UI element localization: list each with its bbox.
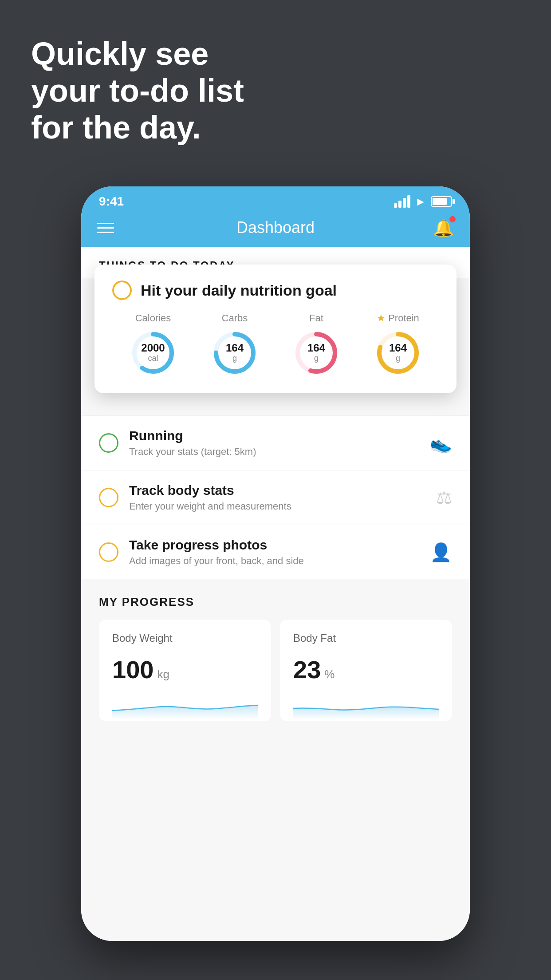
running-icon: 👟 [430, 433, 452, 454]
hamburger-line [97, 227, 114, 229]
body-weight-title: Body Weight [112, 632, 258, 644]
todo-photos-text: Take progress photos Add images of your … [129, 537, 419, 567]
todo-stats-title: Track body stats [129, 483, 425, 498]
body-fat-value-row: 23 % [293, 655, 439, 684]
hero-text: Quickly see your to-do list for the day. [31, 36, 244, 146]
fat-label: Fat [309, 312, 323, 324]
star-icon: ★ [377, 312, 386, 324]
todo-item-photos[interactable]: Take progress photos Add images of your … [81, 525, 470, 579]
status-bar: 9:41 ► [81, 186, 470, 212]
todo-stats-text: Track body stats Enter your weight and m… [129, 483, 425, 512]
protein-value: 164 g [389, 342, 407, 363]
body-fat-chart [293, 693, 439, 719]
protein-label: Protein [388, 312, 419, 324]
phone-mockup: 9:41 ► Dashboard [81, 186, 470, 941]
carbs-label: Carbs [222, 312, 248, 324]
body-weight-chart [112, 693, 258, 719]
nutrition-circle-indicator [112, 281, 132, 300]
card-title-row: Hit your daily nutrition goal [112, 281, 439, 300]
todo-running-circle [99, 433, 118, 453]
hamburger-line [97, 223, 114, 224]
person-icon: 👤 [430, 542, 452, 563]
hamburger-line [97, 232, 114, 233]
nutrition-carbs: Carbs 164 g [210, 312, 259, 377]
todo-stats-circle [99, 488, 118, 507]
progress-header: MY PROGRESS [99, 595, 452, 609]
todo-photos-title: Take progress photos [129, 537, 419, 553]
nav-bar: Dashboard 🔔 [81, 212, 470, 247]
notification-bell[interactable]: 🔔 [433, 218, 454, 237]
battery-icon [431, 196, 452, 207]
todo-running-title: Running [129, 428, 419, 443]
nutrition-card-title: Hit your daily nutrition goal [141, 282, 337, 299]
hero-line2: your to-do list [31, 72, 244, 109]
calories-label: Calories [135, 312, 171, 324]
status-icons: ► [394, 195, 452, 209]
notification-dot [449, 216, 456, 222]
progress-cards: Body Weight 100 kg [99, 620, 452, 721]
progress-section: MY PROGRESS Body Weight 100 kg [81, 579, 470, 732]
nav-title: Dashboard [236, 218, 315, 237]
hero-line1: Quickly see [31, 36, 244, 72]
body-weight-card[interactable]: Body Weight 100 kg [99, 620, 271, 721]
protein-label-row: ★ Protein [377, 312, 419, 324]
body-weight-value: 100 [112, 655, 153, 684]
body-fat-card[interactable]: Body Fat 23 % [280, 620, 452, 721]
todo-photos-subtitle: Add images of your front, back, and side [129, 555, 419, 567]
calories-donut: 2000 cal [129, 328, 177, 377]
phone-header: 9:41 ► Dashboard [81, 186, 470, 247]
carbs-value: 164 g [226, 342, 244, 363]
hamburger-menu[interactable] [97, 223, 114, 233]
todo-photos-circle [99, 542, 118, 562]
body-weight-value-row: 100 kg [112, 655, 258, 684]
todo-stats-subtitle: Enter your weight and measurements [129, 501, 425, 512]
todo-list: Running Track your stats (target: 5km) 👟… [81, 415, 470, 579]
calories-value: 2000 cal [141, 342, 165, 363]
body-fat-title: Body Fat [293, 632, 439, 644]
todo-item-running[interactable]: Running Track your stats (target: 5km) 👟 [81, 415, 470, 470]
todo-running-text: Running Track your stats (target: 5km) [129, 428, 419, 458]
time-display: 9:41 [99, 194, 124, 209]
todo-item-body-stats[interactable]: Track body stats Enter your weight and m… [81, 470, 470, 525]
nutrition-calories: Calories 2000 cal [129, 312, 177, 377]
fat-value: 164 g [307, 342, 325, 363]
nutrition-protein: ★ Protein 164 g [374, 312, 422, 377]
body-fat-value: 23 [293, 655, 321, 684]
protein-donut: 164 g [374, 328, 422, 377]
signal-icon [394, 195, 410, 208]
body-fat-unit: % [324, 668, 335, 681]
body-weight-unit: kg [157, 668, 169, 681]
hero-line3: for the day. [31, 109, 244, 146]
wifi-icon: ► [415, 195, 426, 209]
nutrition-card[interactable]: Hit your daily nutrition goal Calories 2… [94, 265, 457, 393]
fat-donut: 164 g [292, 328, 341, 377]
nutrition-fat: Fat 164 g [292, 312, 341, 377]
carbs-donut: 164 g [210, 328, 259, 377]
phone-body: THINGS TO DO TODAY Hit your daily nutrit… [81, 247, 470, 941]
scale-icon: ⚖ [436, 487, 452, 508]
todo-running-subtitle: Track your stats (target: 5km) [129, 446, 419, 458]
nutrition-grid: Calories 2000 cal Carbs [112, 312, 439, 377]
